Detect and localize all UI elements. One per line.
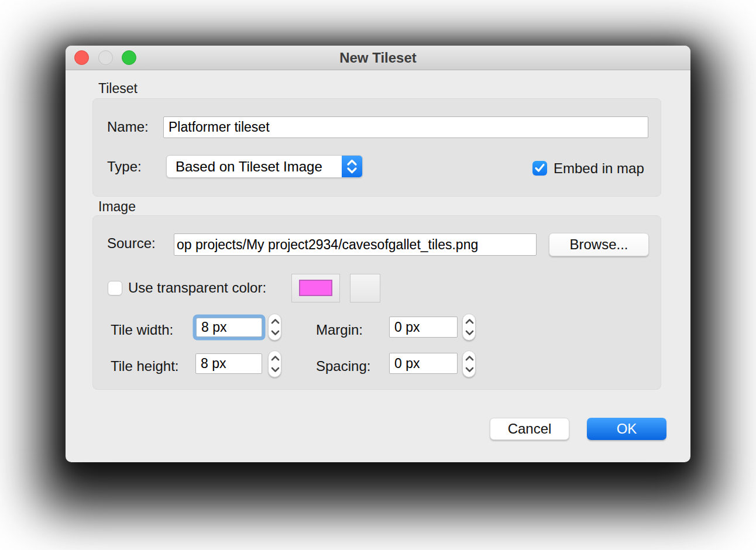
transparent-color-button[interactable]	[291, 274, 340, 302]
source-label: Source:	[107, 235, 156, 252]
tile-width-label: Tile width:	[111, 322, 173, 338]
transparent-color-swatch	[299, 280, 332, 296]
tileset-groupbox	[92, 98, 661, 197]
use-transparent-color-checkbox[interactable]	[108, 281, 122, 295]
ok-button[interactable]: OK	[587, 418, 666, 440]
tile-height-input[interactable]	[195, 353, 262, 374]
color-picker-button[interactable]	[350, 274, 380, 302]
embed-in-map-label: Embed in map	[554, 160, 644, 177]
title-bar[interactable]: New Tileset	[66, 46, 690, 70]
type-label: Type:	[107, 159, 142, 175]
use-transparent-color-label: Use transparent color:	[128, 280, 266, 296]
image-group-label: Image	[98, 199, 136, 215]
spacing-stepper[interactable]	[462, 350, 476, 377]
type-select[interactable]: Based on Tileset Image	[166, 155, 363, 178]
tile-width-stepper[interactable]	[268, 314, 281, 341]
tile-height-stepper[interactable]	[268, 350, 281, 377]
tile-height-label: Tile height:	[111, 358, 179, 374]
tileset-group-label: Tileset	[98, 81, 138, 97]
popup-chevrons-icon	[342, 156, 362, 177]
cancel-button[interactable]: Cancel	[490, 418, 569, 440]
embed-in-map-checkbox[interactable]	[532, 161, 547, 176]
margin-stepper[interactable]	[462, 314, 476, 341]
tile-width-input[interactable]	[196, 318, 262, 337]
type-selected-value: Based on Tileset Image	[176, 156, 322, 177]
new-tileset-dialog: New Tileset Tileset Name: Type: Based on…	[66, 46, 690, 462]
margin-label: Margin:	[316, 322, 363, 338]
name-label: Name:	[107, 119, 149, 135]
source-input[interactable]	[174, 233, 537, 256]
window-title: New Tileset	[66, 46, 690, 70]
name-input[interactable]	[163, 116, 648, 138]
spacing-label: Spacing:	[316, 358, 370, 374]
margin-input[interactable]	[389, 317, 458, 338]
browse-button[interactable]: Browse...	[549, 233, 649, 256]
spacing-input[interactable]	[389, 353, 458, 374]
